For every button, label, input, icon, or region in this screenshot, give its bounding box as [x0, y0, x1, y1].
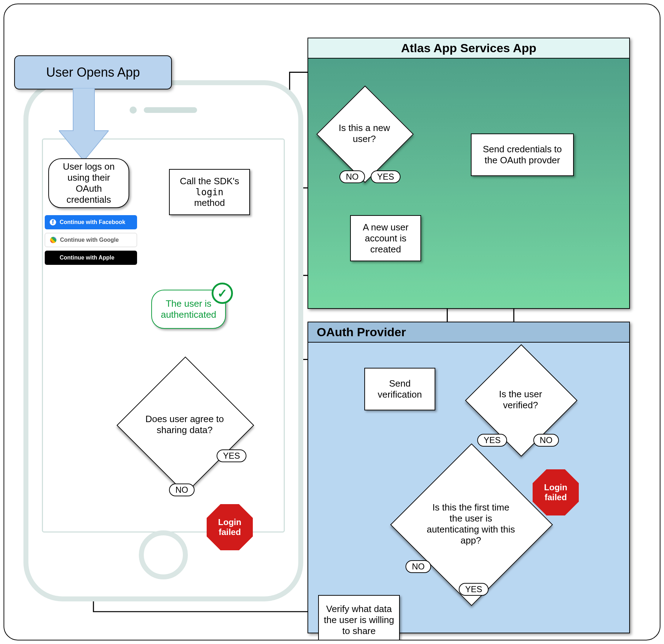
- check-icon: ✓: [212, 283, 233, 304]
- verified-no-pill: NO: [533, 434, 559, 447]
- login-failed-phone: Login failed: [207, 504, 253, 550]
- call-sdk-code: login: [196, 187, 223, 197]
- user-opens-app-banner: User Opens App: [14, 55, 172, 89]
- phone-home-button: [139, 530, 188, 579]
- share-yes-pill: YES: [217, 449, 246, 462]
- call-sdk-line2: method: [194, 197, 225, 208]
- share-data-label: Does user agree to sharing data?: [142, 400, 227, 449]
- continue-with-apple-button[interactable]: Continue with Apple: [45, 251, 137, 265]
- apple-icon: [50, 255, 56, 261]
- oauth-region-title: OAuth Provider: [308, 322, 629, 343]
- is-user-verified-label: Is the user verified?: [489, 382, 553, 417]
- google-icon: [50, 237, 56, 243]
- atlas-region-title: Atlas App Services App: [308, 38, 629, 59]
- first-time-no-pill: NO: [406, 560, 431, 573]
- new-user-created-box: A new user account is created: [350, 215, 421, 261]
- call-sdk-login-box: Call the SDK's login method: [169, 169, 250, 215]
- verified-yes-pill: YES: [477, 434, 507, 447]
- continue-with-facebook-button[interactable]: f Continue with Facebook: [45, 215, 137, 229]
- new-user-no-pill: NO: [339, 170, 365, 183]
- gg-label: Continue with Google: [60, 237, 119, 243]
- first-time-yes-pill: YES: [459, 583, 489, 596]
- send-verification-box: Send verification: [364, 368, 435, 410]
- send-credentials-box: Send credentials to the OAuth provder: [471, 133, 574, 176]
- verify-data-box: Verify what data the user is willing to …: [318, 595, 400, 640]
- share-no-pill: NO: [169, 484, 195, 496]
- fb-label: Continue with Facebook: [60, 219, 125, 225]
- new-user-yes-pill: YES: [371, 170, 401, 183]
- facebook-icon: f: [50, 219, 56, 225]
- ap-label: Continue with Apple: [60, 255, 114, 261]
- banner-arrow-icon: [59, 88, 109, 163]
- user-logs-on-box: User logs on using their OAuth credentia…: [48, 158, 129, 208]
- continue-with-google-button[interactable]: Continue with Google: [45, 233, 137, 247]
- is-new-user-label: Is this a new user?: [336, 118, 393, 149]
- login-failed-oauth: Login failed: [533, 469, 579, 515]
- first-time-auth-label: Is this the first time the user is auten…: [425, 496, 517, 552]
- call-sdk-line1: Call the SDK's: [180, 176, 239, 187]
